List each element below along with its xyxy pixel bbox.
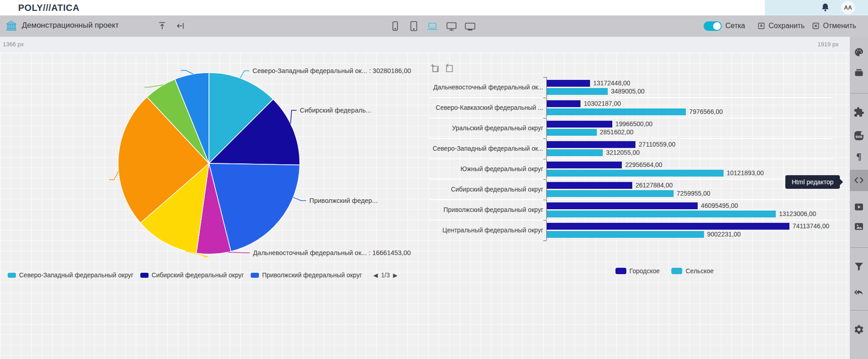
bar-rural-7[interactable] <box>547 231 704 238</box>
bar-row-separator <box>430 179 833 180</box>
legend-next-icon[interactable]: ▶ <box>393 272 397 279</box>
polymatica-dashboard: POLY///ATICA AA Демонстрационный проект <box>0 0 868 359</box>
pie-callout: Дальневосточный федеральный ок... : 1666… <box>253 248 411 257</box>
bar-row-separator <box>430 158 833 159</box>
pilcrow-icon[interactable]: ¶ <box>853 151 864 162</box>
bar-urban-1[interactable] <box>547 100 580 107</box>
pie-legend-item[interactable]: Приволжский федеральный округ <box>251 271 362 279</box>
pie-legend-item[interactable]: Сибирский федеральный округ <box>140 271 244 279</box>
user-avatar[interactable]: AA <box>841 1 855 15</box>
legend-label: Северо-Западный федеральный округ <box>19 271 134 279</box>
cancel-label: Отменить <box>823 22 856 30</box>
bar-value-label: 7259955,00 <box>677 190 710 197</box>
bar-urban-2[interactable] <box>547 121 612 128</box>
app-header: POLY///ATICA AA <box>0 0 868 15</box>
viewport-width-slider-row: 1366 px 1919 px <box>0 37 868 53</box>
upload-icon[interactable] <box>157 21 167 31</box>
pie-callout: Приволжский федер... <box>309 196 377 205</box>
axis-tick <box>543 179 546 180</box>
bar-value-label: 10121893,00 <box>727 170 764 177</box>
grid-toggle[interactable] <box>704 21 722 31</box>
undo-icon[interactable] <box>853 287 864 298</box>
axis-tick <box>543 138 546 139</box>
palette-icon[interactable] <box>853 47 864 58</box>
project-bank-icon <box>5 20 17 32</box>
tv-icon[interactable] <box>464 20 476 33</box>
laptop-icon[interactable] <box>426 20 439 33</box>
axis-tick <box>543 98 546 98</box>
history-frame-icon[interactable] <box>444 63 455 74</box>
bar-rural-4[interactable] <box>547 170 724 177</box>
bar-urban-3[interactable] <box>547 141 635 148</box>
save-button[interactable]: Сохранить <box>757 21 805 30</box>
bar-row-separator <box>430 199 833 200</box>
notifications-bell-icon[interactable] <box>820 2 830 13</box>
sidebar-divider <box>850 310 868 310</box>
project-title: Демонстрационный проект <box>22 21 119 30</box>
code-icon[interactable] <box>853 175 864 186</box>
svg-text:SVG: SVG <box>856 135 863 138</box>
slider-max-label: 1919 px <box>818 41 838 48</box>
bar-value-label: 26127884,00 <box>635 182 673 189</box>
sidebar-divider <box>850 247 868 248</box>
pie-legend-item[interactable]: Северо-Западный федеральный округ <box>8 271 134 279</box>
bar-urban-6[interactable] <box>547 202 698 209</box>
sidebar-divider <box>850 93 868 93</box>
save-icon <box>757 21 766 30</box>
axis-tick <box>543 241 546 241</box>
bar-row-separator <box>430 97 833 98</box>
svg-icon[interactable]: SVG <box>853 130 864 141</box>
bar-rural-6[interactable] <box>547 211 776 217</box>
bar-category-label: Южный федеральный округ <box>430 165 543 172</box>
bar-value-label: 13123006,00 <box>779 211 816 217</box>
bar-rural-1[interactable] <box>547 108 686 115</box>
legend-label: Городское <box>630 267 660 275</box>
bar-legend-item[interactable]: Сельское <box>671 267 714 275</box>
puzzle-icon[interactable] <box>853 107 864 118</box>
bar-value-label: 7976566,00 <box>689 108 723 115</box>
bar-value-label: 9002231,00 <box>707 231 741 238</box>
editor-toolbar: Демонстрационный проект Сетка <box>0 15 868 37</box>
settings-icon[interactable] <box>853 324 864 335</box>
desktop-icon[interactable] <box>445 20 458 33</box>
widgets-icon[interactable] <box>853 67 864 78</box>
bar-category-label: Сибирский федеральный округ <box>430 186 543 193</box>
bar-rural-0[interactable] <box>547 88 608 95</box>
bar-urban-0[interactable] <box>547 80 590 87</box>
collapse-left-icon[interactable] <box>175 21 185 31</box>
add-frame-icon[interactable] <box>430 63 441 74</box>
svg-text:¶: ¶ <box>856 151 862 162</box>
slider-min-label: 1366 px <box>3 41 24 48</box>
bar-rural-5[interactable] <box>547 190 674 197</box>
phone-icon[interactable] <box>389 20 402 33</box>
html-editor-tooltip: Html редактор <box>785 175 840 189</box>
bar-category-label: Дальневосточный федеральный ок... <box>430 84 543 91</box>
filter-icon[interactable] <box>853 261 864 272</box>
legend-label: Сибирский федеральный округ <box>152 271 244 279</box>
grid-toggle-label: Сетка <box>725 22 745 30</box>
axis-tick <box>543 77 546 78</box>
legend-swatch <box>8 273 16 278</box>
bar-rural-2[interactable] <box>547 129 597 136</box>
pie-legend: Северо-Западный федеральный округСибирск… <box>8 271 397 279</box>
axis-tick <box>543 220 546 221</box>
legend-page-indicator: 1/3 <box>381 271 390 279</box>
bar-legend-item[interactable]: Городское <box>615 267 660 275</box>
bar-category-label: Центральный федеральный округ <box>430 226 543 234</box>
cancel-button[interactable]: Отменить <box>811 21 856 30</box>
bar-row-separator <box>430 220 833 221</box>
bar-category-label: Приволжский федеральный округ <box>430 206 543 213</box>
legend-swatch <box>140 273 149 278</box>
bar-urban-4[interactable] <box>547 162 622 168</box>
bar-rural-3[interactable] <box>547 149 603 156</box>
pie-legend-pager: ◀ 1/3 ▶ <box>373 271 397 279</box>
bar-urban-5[interactable] <box>547 182 632 189</box>
image-icon[interactable] <box>853 221 864 232</box>
video-icon[interactable] <box>853 202 864 212</box>
pie-callout: Сибирский федераль... <box>300 106 371 115</box>
bar-urban-7[interactable] <box>547 223 789 230</box>
bar-value-label: 10302187,00 <box>584 100 621 107</box>
bar-category-label: Уральский федеральный округ <box>430 124 543 132</box>
legend-prev-icon[interactable]: ◀ <box>373 272 378 279</box>
tablet-icon[interactable] <box>407 20 420 33</box>
